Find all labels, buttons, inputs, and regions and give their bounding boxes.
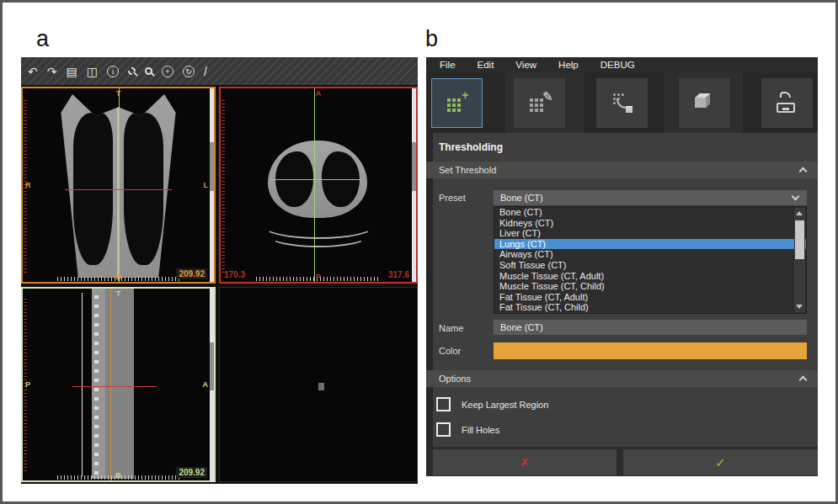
orientation-top: T: [116, 89, 121, 98]
menu-help[interactable]: Help: [558, 60, 579, 70]
preset-option[interactable]: Muscle Tissue (CT, Child): [494, 281, 806, 292]
fill-holes-row: Fill Holes: [436, 422, 499, 437]
undo-icon[interactable]: ↶: [28, 66, 38, 77]
preset-dropdown[interactable]: Bone (CT): [494, 190, 807, 205]
fill-holes-label: Fill Holes: [462, 425, 499, 435]
page-title: Thresholding: [439, 141, 503, 153]
convert-to-model-icon: [610, 90, 635, 115]
name-value: Bone (CT): [500, 322, 543, 332]
add-segmentation-button[interactable]: +: [431, 78, 483, 128]
menu-file[interactable]: File: [440, 60, 456, 70]
orientation-right: L: [204, 181, 209, 189]
keep-largest-region-label: Keep Largest Region: [462, 400, 548, 410]
show-3d-button[interactable]: [679, 78, 730, 128]
preset-option[interactable]: Airways (CT): [494, 249, 806, 260]
color-label: Color: [439, 346, 461, 356]
menu-debug[interactable]: DEBUG: [600, 60, 635, 70]
crosshair-vertical[interactable]: [110, 289, 111, 480]
action-footer: ✗ ✓: [426, 447, 818, 476]
menu-view[interactable]: View: [515, 60, 536, 70]
line-tool-icon[interactable]: /: [204, 66, 207, 77]
redo-icon[interactable]: ↷: [47, 66, 57, 77]
color-swatch[interactable]: [494, 342, 807, 359]
preset-option[interactable]: Fat Tissue (CT, Child): [494, 302, 806, 313]
panel-b-label: b: [425, 26, 438, 52]
preset-selected-value: Bone (CT): [500, 193, 543, 203]
reset-view-icon[interactable]: ↻: [183, 66, 195, 77]
cancel-x-icon: ✗: [520, 456, 530, 469]
reference-line: [82, 293, 83, 477]
medical-viewer-panel: ↶ ↷ ▤ ◫ i + ↻ / T B R L: [21, 57, 418, 484]
keep-largest-region-checkbox[interactable]: [436, 397, 451, 411]
preset-option[interactable]: Fat Tissue (CT, Adult): [494, 292, 806, 303]
fill-holes-checkbox[interactable]: [436, 422, 451, 437]
cancel-button[interactable]: ✗: [433, 449, 616, 475]
orientation-bottom: B: [115, 471, 121, 480]
window-layout-icon[interactable]: ◫: [87, 66, 98, 77]
preset-option[interactable]: Muscle Tissue (CT, Adult): [494, 271, 806, 282]
orientation-left: P: [25, 380, 30, 389]
slice-position-value: 209.92: [176, 467, 207, 478]
crosshair-vertical[interactable]: [119, 88, 120, 282]
confirm-button[interactable]: ✓: [623, 449, 818, 475]
corner-value-left: 170.3: [224, 270, 245, 279]
crosshair-vertical[interactable]: [314, 88, 315, 282]
keep-largest-region-row: Keep Largest Region: [436, 397, 548, 411]
axial-viewport[interactable]: A P 170.3 317.6: [219, 87, 418, 284]
chevron-down-icon[interactable]: [792, 193, 800, 201]
confirm-check-icon: ✓: [715, 455, 726, 470]
popup-scrollbar[interactable]: [794, 208, 805, 312]
scanner-table-arc: [270, 225, 367, 247]
sagittal-viewport[interactable]: T B P A 209.92: [21, 287, 216, 482]
preset-option-highlighted[interactable]: Lungs (CT): [494, 239, 806, 250]
scroll-up-icon[interactable]: [796, 211, 803, 215]
slice-scrollbar[interactable]: [210, 289, 214, 480]
name-label: Name: [439, 323, 463, 333]
preset-option[interactable]: Liver (CT): [494, 228, 806, 239]
zoom-in-icon[interactable]: +: [162, 66, 173, 77]
menu-bar: File Edit View Help DEBUG: [426, 57, 818, 72]
info-icon[interactable]: i: [107, 66, 119, 77]
edit-segmentation-icon: ✎: [527, 90, 552, 115]
orientation-top: A: [316, 89, 322, 98]
set-threshold-label: Set Threshold: [439, 165, 496, 175]
slice-scrollbar[interactable]: [210, 88, 214, 282]
save-icon[interactable]: ▤: [66, 66, 77, 77]
set-threshold-section-header[interactable]: Set Threshold: [426, 162, 818, 178]
crosshair-horizontal[interactable]: [65, 189, 172, 190]
viewer-toolbar: ↶ ↷ ▤ ◫ i + ↻ /: [21, 57, 418, 85]
volume-render-speck: [318, 383, 324, 390]
preset-label: Preset: [439, 193, 466, 203]
scroll-down-icon[interactable]: [796, 305, 803, 309]
crosshair-horizontal[interactable]: [270, 179, 361, 180]
segmentation-toolbar: + ✎: [426, 72, 818, 133]
menu-edit[interactable]: Edit: [478, 60, 494, 70]
preset-option[interactable]: Kidneys (CT): [494, 218, 806, 229]
cube-icon: [692, 90, 718, 115]
options-section-header[interactable]: Options: [426, 370, 818, 387]
zoom-region-icon[interactable]: [128, 67, 136, 75]
volume-viewport[interactable]: [219, 287, 418, 482]
orientation-bottom: B: [115, 273, 121, 281]
orientation-right: A: [203, 380, 209, 389]
segmentation-panel: File Edit View Help DEBUG + ✎: [426, 57, 818, 476]
preset-option[interactable]: Bone (CT): [494, 207, 806, 218]
options-label: Options: [439, 374, 471, 384]
chevron-up-icon[interactable]: [799, 376, 808, 385]
slice-scrollbar[interactable]: [412, 88, 416, 282]
left-ruler: [222, 98, 225, 273]
convert-to-model-button[interactable]: [596, 78, 648, 128]
scrollbar-thumb[interactable]: [795, 220, 804, 259]
preset-option[interactable]: Soft Tissue (CT): [494, 260, 806, 271]
figure-frame: a b ↶ ↷ ▤ ◫ i + ↻ /: [0, 0, 838, 504]
add-segmentation-icon: +: [445, 90, 470, 115]
name-input[interactable]: Bone (CT): [494, 320, 807, 335]
coronal-viewport[interactable]: T B R L 209.92: [21, 87, 216, 284]
print-button[interactable]: [761, 78, 813, 128]
corner-value-right: 317.6: [388, 270, 409, 279]
chevron-up-icon[interactable]: [799, 167, 808, 176]
sagittal-spine: [94, 293, 99, 475]
zoom-icon[interactable]: [145, 67, 152, 75]
crosshair-horizontal[interactable]: [72, 386, 157, 387]
edit-segmentation-button[interactable]: ✎: [514, 78, 565, 128]
